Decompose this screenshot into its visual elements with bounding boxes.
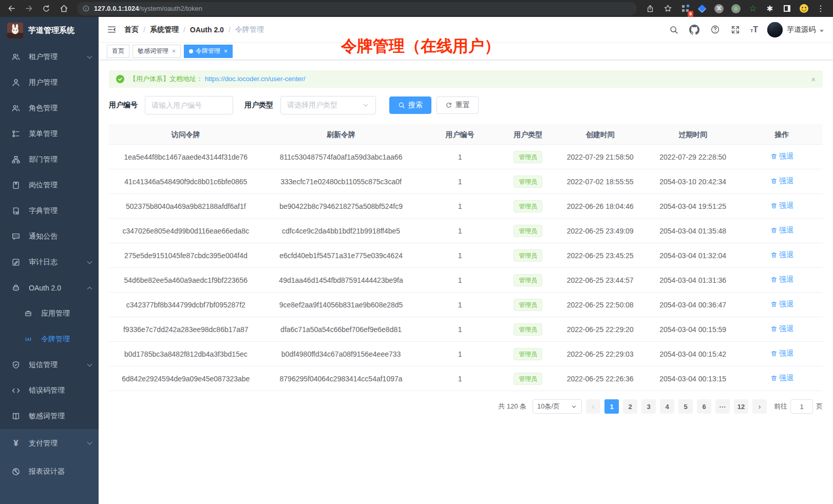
user-id-input[interactable] (145, 96, 233, 114)
refresh-token-cell: e6cfd40eb1f54571a31e775e039c4624 (263, 243, 420, 268)
extension-sidebar-icon[interactable] (782, 4, 792, 14)
goto-page-input[interactable] (790, 399, 813, 414)
sidebar-item-sms[interactable]: 短信管理 (0, 352, 99, 378)
sidebar-item-oauth2-token[interactable]: 令牌管理 (0, 326, 99, 352)
sidebar-item-label: 短信管理 (29, 360, 80, 370)
trash-icon (770, 251, 778, 259)
sidebar-item-role[interactable]: 角色管理 (0, 95, 99, 121)
sidebar-item-oauth2-app[interactable]: 应用管理 (0, 301, 99, 326)
table-row: 6d842e2924594de9a09e45e087323abe8796295f… (109, 366, 823, 391)
close-icon[interactable]: × (172, 48, 176, 55)
tab-敏感词管理[interactable]: 敏感词管理× (132, 45, 181, 58)
page-button-2[interactable]: 2 (623, 399, 637, 414)
access-token-cell: c342377bf8b344799dcbf7bf095287f2 (109, 293, 263, 317)
user-type-cell: 管理员 (501, 317, 556, 342)
tree-icon (11, 129, 21, 139)
doc-link[interactable]: https://doc.iocoder.cn/user-center/ (205, 75, 306, 83)
browser-menu-icon[interactable]: ⋮ (816, 4, 826, 14)
force-logout-button[interactable]: 强退 (770, 250, 793, 260)
site-info-icon[interactable] (82, 5, 90, 12)
extension-gem-icon[interactable] (697, 4, 707, 14)
force-logout-button[interactable]: 强退 (770, 152, 793, 161)
expire-time-cell: 2054-03-04 00:15:59 (645, 317, 741, 342)
page-button-12[interactable]: 12 (734, 399, 748, 414)
github-icon[interactable] (689, 24, 700, 35)
book-icon (11, 412, 21, 421)
force-logout-button[interactable]: 强退 (770, 300, 793, 309)
sidebar-item-notice[interactable]: 通知公告 (0, 224, 99, 249)
sidebar-item-report-designer[interactable]: 报表设计器 (0, 457, 99, 486)
share-icon[interactable] (643, 2, 657, 15)
tab-首页[interactable]: 首页 (107, 45, 129, 58)
breadcrumb-item[interactable]: OAuth 2.0 (190, 26, 224, 34)
breadcrumb-item: 令牌管理 (235, 25, 264, 34)
extension-command-icon[interactable]: ⌘ (714, 4, 724, 14)
force-logout-button[interactable]: 强退 (770, 226, 793, 235)
sidebar-item-menu[interactable]: 菜单管理 (0, 121, 99, 147)
extension-grid-icon[interactable]: 9 (680, 4, 690, 14)
prev-page-button[interactable]: ‹ (586, 399, 600, 414)
browser-home-icon[interactable] (56, 2, 71, 15)
fullscreen-icon[interactable] (730, 24, 741, 35)
force-logout-button[interactable]: 强退 (770, 324, 793, 334)
profile-emoji-icon[interactable] (799, 4, 809, 14)
page-button-1[interactable]: 1 (604, 399, 619, 414)
force-logout-button[interactable]: 强退 (770, 374, 793, 383)
create-time-cell: 2022-06-25 23:45:25 (556, 243, 645, 268)
token-icon (24, 335, 33, 344)
sidebar-item-dept[interactable]: 部门管理 (0, 147, 99, 172)
close-icon[interactable]: × (224, 48, 228, 55)
force-logout-button[interactable]: 强退 (770, 177, 793, 186)
user-type-select[interactable]: 请选择用户类型 (280, 96, 376, 114)
force-logout-label: 强退 (779, 226, 793, 235)
alert-close-icon[interactable]: × (811, 75, 816, 84)
reset-button[interactable]: 重置 (437, 96, 479, 114)
user-menu[interactable]: 芋道源码 (767, 22, 824, 37)
refresh-token-cell: 49d1aa46d1454fbd87591444423be9fa (263, 268, 420, 293)
sidebar-item-pay[interactable]: ¥支付管理 (0, 429, 99, 457)
access-token-cell: 54d6be82ee5a460a9aedc1f9bf223656 (109, 268, 263, 293)
sidebar-item-label: 通知公告 (29, 232, 91, 241)
sidebar-item-sensitive-word[interactable]: 敏感词管理 (0, 403, 99, 429)
page-button-5[interactable]: 5 (678, 399, 693, 414)
page-button-6[interactable]: 6 (697, 399, 711, 414)
action-cell: 强退 (741, 145, 823, 169)
goto-page: 前往页 (774, 399, 823, 414)
sidebar-item-user[interactable]: 用户管理 (0, 70, 99, 95)
user-type-cell: 管理员 (501, 366, 556, 391)
breadcrumb-item[interactable]: 首页 (124, 25, 139, 34)
refresh-token-cell: 8796295f04064c2983414cc54af1097a (263, 366, 420, 391)
bookmark-star-icon[interactable] (660, 2, 675, 15)
force-logout-button[interactable]: 强退 (770, 201, 793, 210)
browser-back-icon[interactable] (4, 2, 18, 15)
force-logout-button[interactable]: 强退 (770, 349, 793, 358)
page-button-4[interactable]: 4 (660, 399, 674, 414)
help-icon[interactable] (709, 24, 721, 35)
page-size-select[interactable]: 10条/页 (533, 399, 582, 414)
sidebar-item-oauth2[interactable]: OAuth 2.0 (0, 275, 99, 301)
sidebar-item-dict[interactable]: 字典管理 (0, 198, 99, 224)
sidebar-item-audit-log[interactable]: 审计日志 (0, 249, 99, 275)
tag-label: 令牌管理 (196, 47, 220, 55)
app-logo[interactable]: 芋道管理系统 (0, 17, 99, 44)
next-page-button[interactable]: › (752, 399, 767, 414)
sidebar-item-error-code[interactable]: 错误码管理 (0, 378, 99, 403)
page-button-3[interactable]: 3 (641, 399, 656, 414)
browser-forward-icon[interactable] (22, 2, 36, 15)
search-button[interactable]: 搜索 (389, 96, 431, 114)
extension-star-icon[interactable]: ☆ (748, 4, 758, 14)
extension-puzzle-icon[interactable]: ✱ (765, 4, 775, 14)
sidebar-toggle-icon[interactable] (99, 17, 124, 43)
extension-record-icon[interactable] (731, 4, 741, 14)
font-size-icon[interactable]: тT (750, 25, 758, 34)
access-token-cell: 41c41346a548490f9dc8b01c6bfe0865 (109, 169, 263, 194)
sidebar-item-post[interactable]: 岗位管理 (0, 172, 99, 198)
sidebar-item-label: 支付管理 (29, 439, 80, 448)
tab-令牌管理[interactable]: 令牌管理× (184, 45, 233, 58)
force-logout-button[interactable]: 强退 (770, 275, 793, 284)
browser-reload-icon[interactable] (39, 2, 53, 15)
search-icon[interactable] (668, 24, 679, 35)
address-bar[interactable]: 127.0.0.1:1024/system/oauth2/token (77, 2, 637, 15)
sidebar-item-tenant[interactable]: 租户管理 (0, 44, 99, 70)
breadcrumb-item[interactable]: 系统管理 (150, 25, 179, 34)
